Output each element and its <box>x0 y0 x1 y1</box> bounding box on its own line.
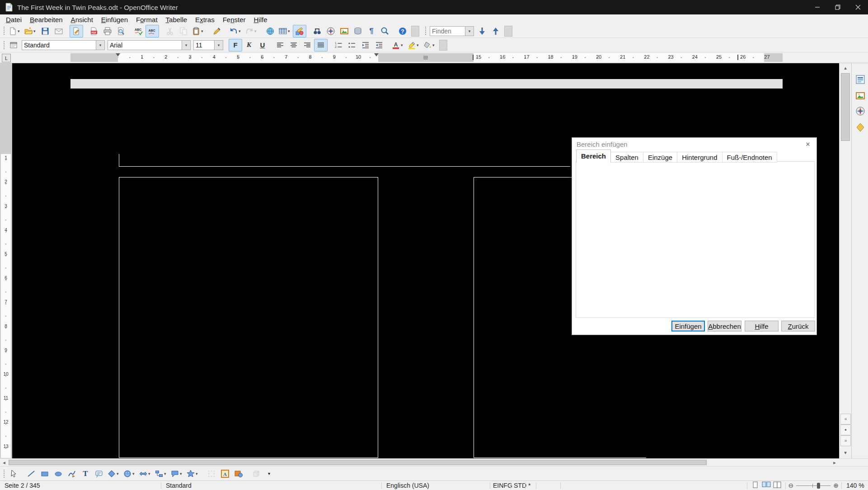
horizontal-scrollbar-thumb[interactable] <box>9 460 707 465</box>
sidebar-gallery-icon[interactable] <box>855 90 866 101</box>
font-name-combo-input[interactable] <box>108 41 182 50</box>
horizontal-scrollbar[interactable]: ◂ ▸ <box>0 458 868 466</box>
find-toolbar-options-button[interactable] <box>504 26 512 37</box>
restore-button[interactable] <box>827 0 848 14</box>
status-page-number[interactable]: Seite 2 / 345 <box>0 481 161 490</box>
dialog-tab-spalten[interactable]: Spalten <box>611 152 643 163</box>
sidebar-properties-icon[interactable] <box>855 74 866 85</box>
dropdown-arrow-icon[interactable]: ▾ <box>239 29 243 33</box>
find-toolbar-grip[interactable] <box>424 26 427 35</box>
insert-table-button[interactable]: ▾ <box>277 25 293 37</box>
edit-file-button[interactable] <box>70 25 83 37</box>
save-document-button[interactable] <box>38 25 52 37</box>
dialog-tab-hintergrund[interactable]: Hintergrund <box>677 152 722 163</box>
numbered-list-button[interactable]: 1.2. <box>332 39 345 51</box>
dropdown-arrow-icon[interactable]: ▾ <box>132 471 136 476</box>
zoom-slider-thumb[interactable] <box>817 483 820 489</box>
sidebar-navigator-icon[interactable] <box>855 106 866 117</box>
stars-button[interactable]: ▾ <box>185 467 201 480</box>
menu-format[interactable]: Format <box>132 15 162 24</box>
vertical-scrollbar[interactable]: ▴ « ● » ▾ <box>839 63 851 458</box>
dropdown-arrow-icon[interactable]: ▾ <box>432 43 436 47</box>
spellcheck-button[interactable]: ABC <box>132 25 145 37</box>
menu-einfgen[interactable]: Einfügen <box>97 15 132 24</box>
right-indent-marker[interactable] <box>374 53 379 56</box>
paragraph-style-combo-dropdown[interactable]: ▾ <box>96 41 104 50</box>
dropdown-arrow-icon[interactable]: ▾ <box>288 29 292 33</box>
line-button[interactable] <box>24 467 38 480</box>
find-next-button[interactable] <box>475 25 489 37</box>
italic-button[interactable]: K <box>242 39 256 51</box>
indent-marker[interactable] <box>116 53 120 56</box>
toolbar-options-button[interactable] <box>411 26 419 37</box>
show-draw-functions-button[interactable] <box>293 25 306 37</box>
dropdown-arrow-icon[interactable]: ▾ <box>417 43 421 47</box>
paragraph-style-combo-input[interactable] <box>22 41 96 50</box>
dialog-titlebar[interactable]: Bereich einfügen <box>572 138 816 150</box>
dropdown-arrow-icon[interactable]: ▾ <box>201 29 205 33</box>
dialog-tab-fußendnoten[interactable]: Fuß-/Endnoten <box>723 152 777 163</box>
align-center-button[interactable] <box>287 39 300 51</box>
hyperlink-button[interactable] <box>263 25 277 37</box>
tab-stop-type-selector[interactable]: L <box>2 54 11 62</box>
multi-page-view-button[interactable] <box>762 481 771 490</box>
toolbar-overflow-button[interactable]: ▾ <box>263 467 277 480</box>
align-right-button[interactable] <box>300 39 314 51</box>
paragraph-style-combo[interactable]: ▾ <box>22 40 105 50</box>
navigator-button[interactable] <box>324 25 338 37</box>
page-preview-button[interactable] <box>114 25 128 37</box>
scroll-left-button[interactable]: ◂ <box>0 459 8 466</box>
dropdown-arrow-icon[interactable]: ▾ <box>196 471 200 476</box>
picture-from-file-button[interactable] <box>232 467 245 480</box>
decrease-indent-button[interactable] <box>359 39 372 51</box>
print-file-button[interactable] <box>101 25 114 37</box>
background-color-button[interactable]: ▾ <box>422 39 437 51</box>
insert-button[interactable]: Einfügen <box>671 321 705 331</box>
basic-shapes-button[interactable]: ▾ <box>106 467 122 480</box>
ellipse-button[interactable] <box>52 467 65 480</box>
scroll-down-button[interactable]: ▾ <box>840 448 851 457</box>
dropdown-arrow-icon[interactable]: ▾ <box>148 471 152 476</box>
block-arrows-button[interactable]: ▾ <box>137 467 153 480</box>
data-sources-button[interactable] <box>351 25 365 37</box>
font-name-combo[interactable]: ▾ <box>108 40 191 50</box>
zoom-button[interactable] <box>378 25 392 37</box>
toolbar-options-button[interactable] <box>439 40 447 51</box>
help-button[interactable]: ? <box>396 25 409 37</box>
freeform-line-button[interactable] <box>65 467 79 480</box>
status-page-style[interactable]: Standard <box>161 481 381 490</box>
highlighting-button[interactable]: ▾ <box>406 39 422 51</box>
menu-hilfe[interactable]: Hilfe <box>250 15 272 24</box>
auto-spellcheck-button[interactable]: ABC <box>145 25 159 37</box>
menu-datei[interactable]: Datei <box>2 15 26 24</box>
flowcharts-button[interactable]: ▾ <box>153 467 169 480</box>
bullet-list-button[interactable] <box>345 39 359 51</box>
font-size-combo-input[interactable] <box>194 41 214 50</box>
menu-bearbeiten[interactable]: Bearbeiten <box>26 15 67 24</box>
dropdown-arrow-icon[interactable]: ▾ <box>33 29 38 33</box>
vertical-scrollbar-thumb[interactable] <box>841 73 850 141</box>
find-replace-button[interactable] <box>310 25 324 37</box>
font-size-combo-dropdown[interactable]: ▾ <box>214 41 223 50</box>
back-button[interactable]: Zurück <box>781 321 815 331</box>
select-button[interactable] <box>7 467 20 480</box>
dropdown-arrow-icon[interactable]: ▾ <box>117 471 121 476</box>
column-border-marker[interactable] <box>737 55 738 60</box>
rectangle-button[interactable] <box>38 467 52 480</box>
scroll-up-button[interactable]: ▴ <box>840 63 851 72</box>
font-color-button[interactable]: A▾ <box>390 39 406 51</box>
next-page-button[interactable]: » <box>840 435 851 446</box>
status-selection-mode[interactable]: STD <box>511 481 525 490</box>
dialog-tab-bereich[interactable]: Bereich <box>576 149 611 163</box>
menu-fenster[interactable]: Fenster <box>219 15 250 24</box>
status-insert-mode[interactable]: EINFG <box>490 481 511 490</box>
column-gap-marker[interactable] <box>423 56 428 59</box>
email-document-button[interactable] <box>52 25 66 37</box>
find-previous-button[interactable] <box>489 25 502 37</box>
zoom-in-button[interactable]: ⊕ <box>833 482 839 489</box>
gallery-button[interactable] <box>338 25 351 37</box>
status-zoom-value[interactable]: 140 % <box>842 481 868 490</box>
font-name-combo-dropdown[interactable]: ▾ <box>182 41 190 50</box>
callout-button[interactable] <box>92 467 106 480</box>
book-view-button[interactable] <box>773 481 782 490</box>
